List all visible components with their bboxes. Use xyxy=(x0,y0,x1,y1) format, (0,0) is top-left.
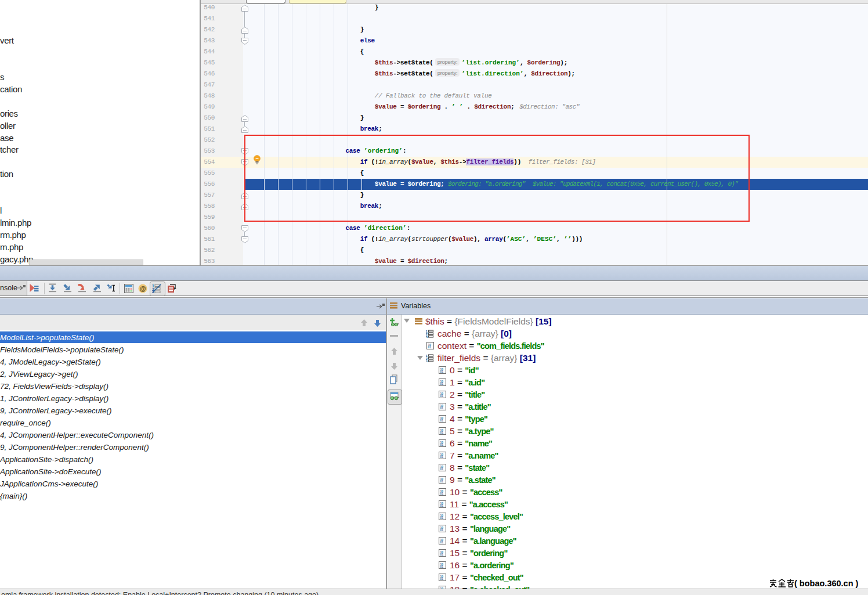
svg-text:01: 01 xyxy=(440,479,443,483)
svg-text:@: @ xyxy=(140,285,146,292)
svg-text:01: 01 xyxy=(440,516,443,520)
svg-text:01: 01 xyxy=(440,443,443,446)
svg-text:01: 01 xyxy=(440,370,443,373)
svg-text:01: 01 xyxy=(440,540,443,544)
svg-text:01: 01 xyxy=(440,406,443,410)
svg-text:01: 01 xyxy=(440,394,443,398)
svg-text:01: 01 xyxy=(440,431,443,434)
svg-text:01: 01 xyxy=(440,565,443,568)
svg-text:01: 01 xyxy=(440,504,443,507)
svg-text:01: 01 xyxy=(440,467,443,471)
svg-text:01: 01 xyxy=(440,492,443,495)
svg-text:01: 01 xyxy=(440,419,443,422)
svg-text:3: 3 xyxy=(426,336,428,338)
svg-text:3: 3 xyxy=(426,360,428,362)
svg-text:01: 01 xyxy=(440,553,443,556)
svg-text:01: 01 xyxy=(428,345,431,349)
svg-text:01: 01 xyxy=(440,528,443,532)
svg-text:01: 01 xyxy=(440,577,443,580)
svg-text:01: 01 xyxy=(440,382,443,385)
svg-text:01: 01 xyxy=(440,455,443,459)
